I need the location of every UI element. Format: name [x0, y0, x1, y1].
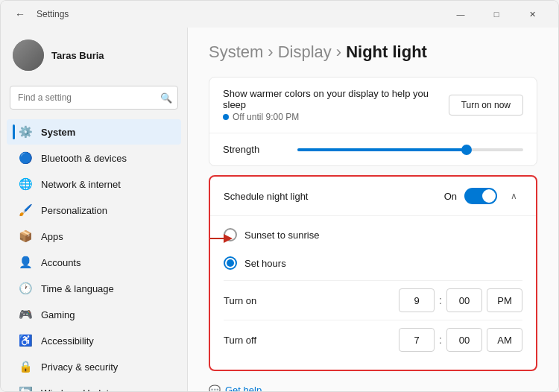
breadcrumb-sep2: ›: [336, 42, 341, 62]
night-light-row: Show warmer colors on your display to he…: [209, 78, 537, 133]
turn-off-hour[interactable]: 7: [399, 328, 435, 352]
sidebar-item-network[interactable]: 🌐 Network & internet: [7, 171, 181, 197]
slider-thumb[interactable]: [461, 145, 472, 155]
network-icon: 🌐: [19, 177, 32, 191]
strength-label: Strength: [223, 144, 282, 155]
sidebar-item-accessibility[interactable]: ♿ Accessibility: [7, 328, 181, 353]
turn-on-now-button[interactable]: Turn on now: [449, 95, 523, 116]
breadcrumb-system[interactable]: System: [209, 42, 263, 62]
sidebar-item-label: Apps: [41, 231, 63, 242]
window-title: Settings: [37, 9, 69, 19]
sidebar-item-accounts[interactable]: 👤 Accounts: [7, 250, 181, 275]
schedule-body: Sunset to sunrise Set hours: [210, 216, 536, 370]
turn-off-label: Turn off: [224, 335, 399, 346]
sidebar-item-label: Network & internet: [41, 179, 121, 190]
radio-label-hours: Set hours: [244, 258, 286, 269]
time-icon: 🕐: [19, 282, 32, 295]
maximize-button[interactable]: □: [479, 3, 514, 25]
sidebar-item-label: Windows Update: [41, 388, 114, 392]
breadcrumb-display[interactable]: Display: [278, 42, 332, 62]
time-rows: Turn on 9 : 00 PM Turn off: [224, 280, 522, 359]
schedule-label: Schedule night light: [224, 191, 444, 202]
turn-on-ampm[interactable]: PM: [487, 288, 522, 312]
sidebar-item-label: Accounts: [41, 257, 80, 268]
arrow-pointer: [209, 231, 234, 248]
sidebar-item-label: Gaming: [41, 309, 75, 320]
sidebar-item-bluetooth[interactable]: 🔵 Bluetooth & devices: [7, 145, 181, 171]
sidebar-item-label: System: [41, 127, 75, 138]
turn-off-ampm[interactable]: AM: [487, 328, 522, 352]
schedule-on-label: On: [444, 191, 457, 202]
titlebar: ← Settings — □ ✕: [1, 1, 558, 28]
back-button[interactable]: ←: [10, 4, 31, 25]
content-area: System › Display › Night light Show warm…: [187, 28, 558, 391]
privacy-icon: 🔒: [19, 360, 32, 373]
radio-inner-hours: [227, 259, 234, 267]
accounts-icon: 👤: [19, 256, 32, 269]
user-section[interactable]: Taras Buria: [1, 34, 187, 83]
strength-slider[interactable]: [297, 148, 523, 151]
turn-off-controls: 7 : 00 AM: [399, 328, 522, 352]
strength-row: Strength: [209, 133, 537, 165]
sidebar-item-label: Bluetooth & devices: [41, 153, 127, 164]
active-indicator: [13, 124, 15, 139]
schedule-options: Sunset to sunrise Set hours: [224, 221, 522, 277]
radio-label-sunset: Sunset to sunrise: [244, 230, 319, 241]
night-light-subtitle: Off until 9:00 PM: [223, 112, 449, 122]
turn-off-row: Turn off 7 : 00 AM: [224, 320, 522, 359]
minimize-button[interactable]: —: [443, 3, 478, 25]
night-light-title: Show warmer colors on your display to he…: [223, 88, 449, 110]
sidebar-item-apps[interactable]: 📦 Apps: [7, 224, 181, 249]
avatar: [13, 39, 44, 71]
schedule-toggle[interactable]: [464, 188, 497, 204]
get-help-link[interactable]: 💬 Get help: [209, 380, 537, 391]
sidebar-item-update[interactable]: 🔄 Windows Update: [7, 380, 181, 391]
gaming-icon: 🎮: [19, 308, 32, 321]
night-light-info: Show warmer colors on your display to he…: [223, 88, 449, 122]
turn-on-controls: 9 : 00 PM: [399, 288, 522, 312]
close-button[interactable]: ✕: [515, 3, 549, 25]
sidebar-item-label: Privacy & security: [41, 361, 118, 373]
bluetooth-icon: 🔵: [19, 151, 32, 165]
sidebar-item-privacy[interactable]: 🔒 Privacy & security: [7, 354, 181, 379]
get-help-icon: 💬: [209, 385, 221, 391]
main-layout: Taras Buria 🔍 ⚙️ System 🔵 Bluetooth & de…: [1, 28, 558, 391]
search-icon: 🔍: [160, 92, 172, 104]
update-icon: 🔄: [19, 386, 32, 391]
turn-off-minute[interactable]: 00: [446, 328, 482, 352]
accessibility-icon: ♿: [19, 334, 32, 347]
turn-on-row: Turn on 9 : 00 PM: [224, 280, 522, 320]
sidebar-item-label: Accessibility: [41, 335, 94, 347]
schedule-header[interactable]: Schedule night light On ∧: [210, 177, 536, 216]
personalization-icon: 🖌️: [19, 203, 32, 217]
breadcrumb-sep1: ›: [268, 42, 273, 62]
sidebar-item-label: Personalization: [41, 205, 107, 216]
sidebar-item-time[interactable]: 🕐 Time & language: [7, 276, 181, 301]
sidebar-item-personalization[interactable]: 🖌️ Personalization: [7, 197, 181, 223]
turn-on-minute[interactable]: 00: [446, 288, 482, 312]
user-name: Taras Buria: [51, 50, 104, 61]
breadcrumb-current: Night light: [346, 42, 427, 62]
turn-on-label: Turn on: [224, 295, 399, 306]
search-box: 🔍: [10, 86, 178, 110]
toggle-thumb: [482, 189, 496, 203]
titlebar-left: ← Settings: [10, 4, 69, 25]
slider-fill: [297, 148, 467, 151]
sidebar-item-gaming[interactable]: 🎮 Gaming: [7, 302, 181, 327]
radio-sunset[interactable]: Sunset to sunrise: [224, 221, 522, 249]
night-light-status: Off until 9:00 PM: [233, 112, 299, 122]
apps-icon: 📦: [19, 230, 32, 243]
system-icon: ⚙️: [19, 125, 32, 139]
time-sep-1: :: [439, 294, 442, 306]
schedule-night-light-card: Schedule night light On ∧: [209, 175, 537, 371]
status-dot: [223, 114, 229, 120]
time-sep-2: :: [439, 334, 442, 346]
sidebar-item-system[interactable]: ⚙️ System: [7, 119, 181, 145]
sidebar: Taras Buria 🔍 ⚙️ System 🔵 Bluetooth & de…: [1, 28, 187, 391]
schedule-chevron[interactable]: ∧: [505, 187, 522, 205]
turn-on-hour[interactable]: 9: [399, 288, 435, 312]
night-light-card: Show warmer colors on your display to he…: [209, 77, 537, 166]
radio-hours[interactable]: Set hours: [224, 249, 522, 277]
breadcrumb: System › Display › Night light: [209, 42, 537, 62]
search-input[interactable]: [10, 86, 178, 110]
